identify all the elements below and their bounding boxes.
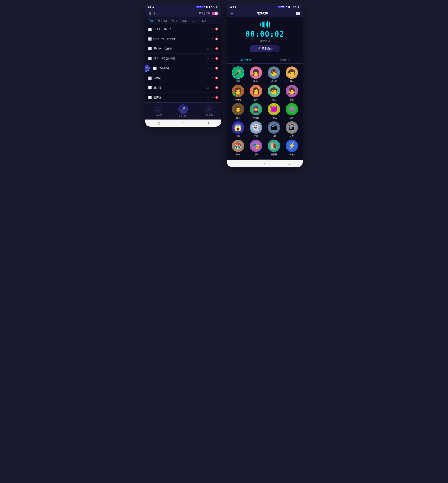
nav-help[interactable]: ? 使用帮助 [204, 105, 213, 117]
tab-daily-female[interactable]: 日常(女) [155, 17, 169, 24]
effect-horror[interactable]: 😱 惊悚 [230, 121, 246, 138]
android-back-icon[interactable]: ◁ [206, 121, 208, 125]
effect-standard-female[interactable]: 👧 标准女 [248, 66, 264, 83]
effect-label-uncle: 大叔 [236, 117, 240, 119]
effect-slow[interactable]: 🐌 慢吞吞 [266, 140, 282, 156]
voice-name-5: 好不好嘛 [159, 67, 205, 70]
star-icon-3[interactable]: ☆ [207, 47, 209, 51]
floating-frame-label: 开启悬浮框 [199, 12, 210, 15]
nav-my-voice[interactable]: 我的语音 [153, 105, 162, 117]
effect-classroom[interactable]: 📚 教室 [230, 140, 246, 156]
effects-grid: 🎤 ✓ 原声 👧 标准女 👨 标准男 🧒 萌妹 🧑 [227, 63, 303, 159]
effect-avatar-female: 👧 [250, 66, 262, 79]
effect-minion[interactable]: 😈 小黄人 [266, 103, 282, 119]
effect-woman-voice[interactable]: 👩 女声 [248, 85, 264, 101]
android-home-icon-right[interactable]: ○ [264, 162, 266, 165]
android-home-icon[interactable]: ○ [183, 121, 184, 125]
effect-label-scene: 现场 [254, 153, 258, 156]
save-icon[interactable]: ⬜ [296, 12, 300, 16]
tab-girlfriend[interactable]: 女友 [199, 17, 209, 24]
effect-hall[interactable]: 🏛 大堂 [284, 121, 300, 138]
svg-rect-1 [156, 109, 160, 109]
wave-bar-2 [262, 21, 263, 28]
effect-label-slow: 慢吞吞 [271, 153, 277, 156]
tab-loli[interactable]: 萝莉 [169, 17, 179, 24]
effect-scene[interactable]: 🎭 现场 [248, 140, 264, 156]
effect-spirit[interactable]: 👻 空灵 [248, 121, 264, 138]
voice-item-5[interactable]: 🎤 📊 好不好嘛 ☆ ↗ 新 [145, 63, 221, 73]
time-left: 22:53 [148, 6, 154, 8]
effect-label-original: 原声 [236, 80, 240, 83]
voice-item-8[interactable]: 📊 变声器 ☆ ↗ 新 [145, 93, 221, 103]
share-icon-7[interactable]: ↗ [211, 86, 214, 89]
star-icon-8[interactable]: ☆ [207, 95, 209, 99]
effect-valley[interactable]: 🏔 山谷 [266, 121, 282, 138]
app-header-right: ← 音效变声 ♬ ⬜ [227, 10, 303, 17]
settings-icon[interactable]: ⚙ [148, 11, 151, 16]
effect-loli[interactable]: 👧 萝莉 [284, 85, 300, 101]
tab-mix-effects[interactable]: 混音音效 [265, 57, 303, 63]
share-icon-5[interactable]: ↗ [211, 67, 214, 70]
share-icon-2[interactable]: ↗ [211, 37, 214, 41]
back-button[interactable]: ← [230, 11, 233, 16]
tab-native-effects[interactable]: 原生音效 [227, 57, 265, 63]
active-mic-badge: 🎤 [232, 93, 236, 97]
effect-electric[interactable]: ⚡ 强电流 [284, 140, 300, 156]
star-icon-5[interactable]: ☆ [207, 66, 209, 70]
svg-rect-0 [156, 108, 160, 108]
effect-label-cute: 萌妹 [290, 80, 294, 83]
nav-start-voice-change[interactable]: 🎤 开启变声 [178, 104, 188, 118]
floating-mic-button[interactable]: 🎤 [145, 65, 150, 71]
star-icon-7[interactable]: ☆ [207, 86, 209, 90]
voice-item-4[interactable]: 📊 哥哥，带我去买糖 ☆ ↗ 新 [145, 54, 221, 63]
svg-rect-2 [156, 110, 160, 111]
star-icon-4[interactable]: ☆ [207, 56, 209, 60]
playlist-icon[interactable]: ♬ [291, 12, 294, 16]
android-back-icon-right[interactable]: ◁ [288, 162, 290, 165]
voice-item-3[interactable]: 📊 爱你哟，么么哒 ☆ ↗ 新 [145, 44, 221, 54]
wave-bar-1 [260, 23, 261, 26]
effect-uncle[interactable]: 🧔 大叔 [230, 103, 246, 119]
star-icon-2[interactable]: ☆ [207, 37, 209, 41]
waveform-icon-1: 📊 [148, 28, 152, 31]
waveform-icon-5: 📊 [153, 67, 157, 70]
effect-alien[interactable]: 🧕 歪果仁 [248, 103, 264, 119]
voice-name-7: 丑八怪 [153, 86, 205, 89]
voice-item-7[interactable]: 📊 丑八怪 ☆ ↗ 新 [145, 83, 221, 93]
effect-label-minion: 小黄人 [271, 117, 277, 119]
share-icon-6[interactable]: ↗ [211, 76, 214, 80]
timer-display: 00:00:02 [246, 30, 284, 38]
android-square-icon[interactable]: ▢ [158, 121, 160, 125]
floating-toggle[interactable] [212, 12, 218, 15]
share-icon-1[interactable]: ↗ [211, 28, 214, 31]
effect-boy[interactable]: 🧒 男生 [266, 85, 282, 101]
battery-icon: 🔋 [216, 6, 218, 8]
effect-avatar-horror: 😱 [232, 121, 244, 134]
voice-item-1[interactable]: 📊 小哥哥，笑一个 ☆ ↗ 新 [145, 24, 221, 34]
share-icon-4[interactable]: ↗ [211, 57, 214, 60]
share-icon-3[interactable]: ↗ [211, 47, 214, 50]
effect-brother[interactable]: 🧑 🎤 小哥哥 [230, 85, 246, 101]
effect-cute-girl[interactable]: 🧒 萌妹 [284, 66, 300, 83]
tab-girl[interactable]: 少女 [189, 17, 199, 24]
waveform-icon-6: 📊 [148, 76, 152, 80]
effect-avatar-brother: 🧑 🎤 [232, 85, 244, 97]
new-badge-1: 新 [215, 28, 218, 31]
voice-item-6[interactable]: 📊 带我走 ☆ ↗ 新 [145, 73, 221, 83]
re-record-button[interactable]: 🎤 重新录音 [250, 45, 280, 52]
star-icon-1[interactable]: ☆ [207, 27, 209, 31]
android-square-icon-right[interactable]: ▢ [240, 162, 242, 165]
effect-monster[interactable]: 👾 搞怪 [284, 103, 300, 119]
tab-cute[interactable]: 呆萌 [145, 17, 155, 24]
share-icon-8[interactable]: ↗ [211, 96, 214, 99]
effect-avatar-scene: 🎭 [250, 140, 262, 152]
voice-item-2[interactable]: 📊 嘿嘿，我会听话的 ☆ ↗ 新 [145, 34, 221, 44]
effect-standard-male[interactable]: 👨 标准男 [266, 66, 282, 83]
status-bar-left: 22:53 VOLTE2 ▼ ▌▌▌ 45% 🔋 [145, 4, 221, 10]
star-icon-6[interactable]: ☆ [207, 76, 209, 80]
effect-original[interactable]: 🎤 ✓ 原声 [230, 66, 246, 83]
wave-bar-3 [263, 22, 264, 27]
effect-avatar-spirit: 👻 [250, 121, 262, 134]
tab-royal-sis[interactable]: 御姐 [179, 17, 189, 24]
voice-name-3: 爱你哟，么么哒 [153, 47, 205, 50]
